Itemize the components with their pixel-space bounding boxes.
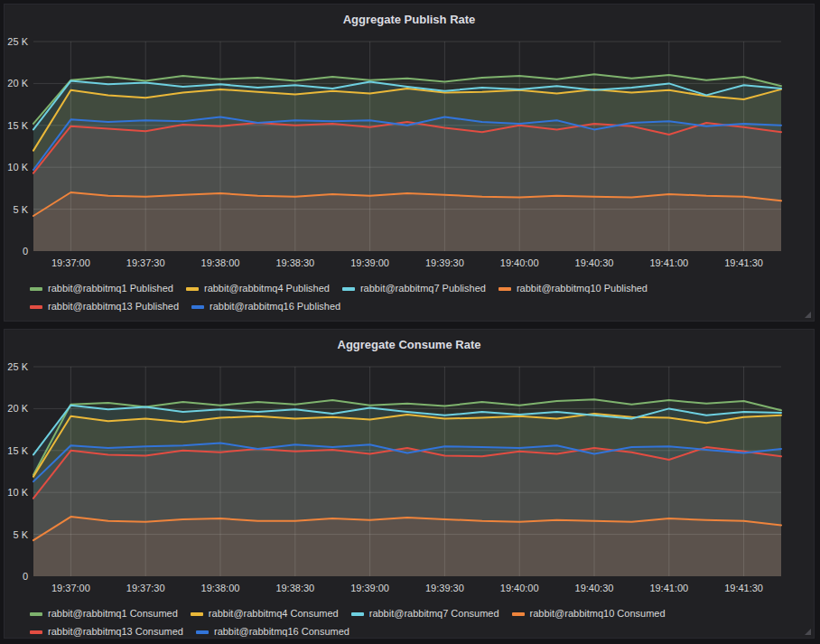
legend-swatch-icon [512, 612, 525, 616]
legend-swatch-icon [351, 612, 364, 616]
legend-item[interactable]: rabbit@rabbitmq1 Consumed [30, 605, 178, 622]
legend-item[interactable]: rabbit@rabbitmq13 Consumed [30, 623, 183, 640]
svg-text:19:41:30: 19:41:30 [724, 583, 763, 593]
legend-swatch-icon [191, 612, 203, 616]
legend-label: rabbit@rabbitmq7 Consumed [369, 605, 499, 622]
svg-text:15 K: 15 K [7, 120, 28, 131]
legend-swatch-icon [186, 287, 199, 291]
legend-item[interactable]: rabbit@rabbitmq10 Consumed [512, 605, 666, 622]
svg-text:25 K: 25 K [7, 361, 28, 372]
svg-text:19:41:00: 19:41:00 [649, 257, 688, 268]
svg-text:19:37:00: 19:37:00 [51, 257, 90, 268]
svg-text:19:41:30: 19:41:30 [724, 257, 763, 268]
legend-item[interactable]: rabbit@rabbitmq16 Consumed [196, 623, 349, 640]
svg-text:19:41:00: 19:41:00 [649, 583, 688, 593]
legend-label: rabbit@rabbitmq4 Consumed [209, 605, 339, 622]
svg-text:19:38:30: 19:38:30 [275, 257, 314, 268]
svg-text:20 K: 20 K [7, 403, 28, 414]
legend-label: rabbit@rabbitmq10 Consumed [530, 605, 666, 622]
svg-text:19:40:00: 19:40:00 [500, 257, 539, 268]
panel-resize-handle-icon[interactable] [805, 312, 811, 318]
legend-swatch-icon [191, 305, 204, 309]
consume-rate-chart[interactable]: 05 K10 K15 K20 K25 K19:37:0019:37:3019:3… [5, 359, 815, 598]
legend-label: rabbit@rabbitmq4 Published [204, 280, 330, 297]
legend-item[interactable]: rabbit@rabbitmq7 Consumed [351, 605, 499, 622]
svg-text:15 K: 15 K [7, 445, 28, 456]
legend-swatch-icon [30, 287, 42, 291]
legend-item[interactable]: rabbit@rabbitmq16 Published [191, 298, 340, 315]
svg-text:20 K: 20 K [7, 78, 28, 89]
legend: rabbit@rabbitmq1 Consumedrabbit@rabbitmq… [5, 605, 814, 640]
svg-text:10 K: 10 K [7, 162, 28, 173]
legend-swatch-icon [30, 305, 42, 309]
legend-item[interactable]: rabbit@rabbitmq4 Published [186, 280, 330, 297]
legend-label: rabbit@rabbitmq16 Published [210, 298, 340, 315]
svg-text:19:40:30: 19:40:30 [575, 257, 614, 268]
svg-text:0: 0 [23, 246, 28, 257]
legend-swatch-icon [499, 287, 511, 291]
svg-text:19:38:00: 19:38:00 [201, 583, 240, 593]
svg-text:19:37:30: 19:37:30 [126, 583, 165, 593]
legend-item[interactable]: rabbit@rabbitmq13 Published [30, 298, 179, 315]
svg-text:19:40:30: 19:40:30 [575, 583, 614, 593]
legend-swatch-icon [30, 612, 42, 616]
legend-item[interactable]: rabbit@rabbitmq4 Consumed [191, 605, 339, 622]
publish-rate-chart[interactable]: 05 K10 K15 K20 K25 K19:37:0019:37:3019:3… [5, 34, 815, 273]
legend-label: rabbit@rabbitmq7 Published [360, 280, 486, 297]
legend-item[interactable]: rabbit@rabbitmq10 Published [499, 280, 648, 297]
svg-text:19:40:00: 19:40:00 [500, 583, 539, 593]
legend-label: rabbit@rabbitmq1 Published [48, 280, 173, 297]
svg-text:19:38:30: 19:38:30 [275, 583, 314, 593]
svg-text:25 K: 25 K [7, 36, 28, 47]
svg-text:19:39:30: 19:39:30 [425, 583, 464, 593]
legend-label: rabbit@rabbitmq10 Published [517, 280, 648, 297]
panel-title[interactable]: Aggregate Consume Rate [5, 330, 814, 353]
svg-text:19:37:00: 19:37:00 [51, 583, 90, 593]
panel-aggregate-consume-rate: Aggregate Consume Rate 05 K10 K15 K20 K2… [4, 329, 815, 639]
svg-text:19:39:00: 19:39:00 [350, 257, 389, 268]
legend-item[interactable]: rabbit@rabbitmq7 Published [342, 280, 486, 297]
svg-text:19:39:00: 19:39:00 [350, 583, 389, 593]
legend: rabbit@rabbitmq1 Publishedrabbit@rabbitm… [5, 280, 814, 315]
legend-swatch-icon [196, 630, 209, 634]
svg-text:19:37:30: 19:37:30 [126, 257, 165, 268]
panel-aggregate-publish-rate: Aggregate Publish Rate 05 K10 K15 K20 K2… [4, 4, 815, 322]
legend-label: rabbit@rabbitmq1 Consumed [48, 605, 178, 622]
legend-label: rabbit@rabbitmq16 Consumed [214, 623, 349, 640]
svg-text:19:38:00: 19:38:00 [201, 257, 240, 268]
svg-text:10 K: 10 K [7, 487, 28, 498]
svg-text:5 K: 5 K [13, 529, 28, 540]
legend-swatch-icon [342, 287, 355, 291]
legend-swatch-icon [30, 630, 42, 634]
svg-text:5 K: 5 K [13, 204, 28, 215]
legend-label: rabbit@rabbitmq13 Published [48, 298, 179, 315]
panel-title[interactable]: Aggregate Publish Rate [5, 5, 814, 28]
panel-resize-handle-icon[interactable] [805, 629, 811, 635]
svg-text:19:39:30: 19:39:30 [425, 257, 464, 268]
legend-label: rabbit@rabbitmq13 Consumed [48, 623, 183, 640]
svg-text:0: 0 [23, 571, 28, 582]
legend-item[interactable]: rabbit@rabbitmq1 Published [30, 280, 173, 297]
